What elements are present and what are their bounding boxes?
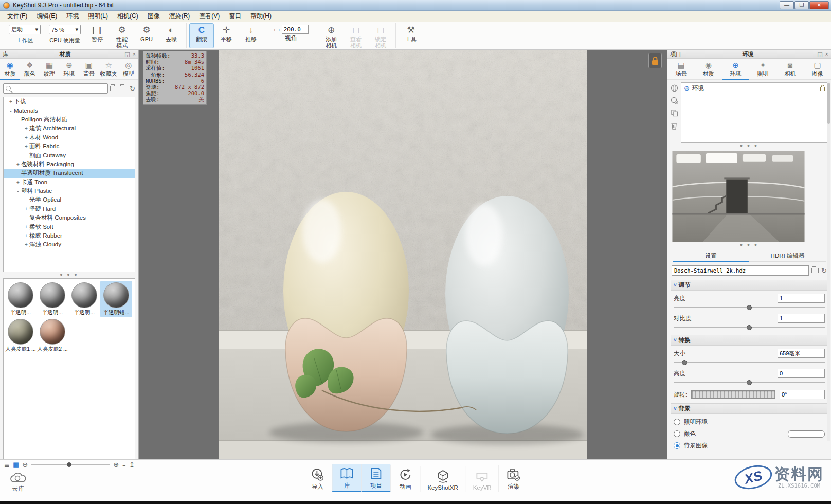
keyshotxr-button[interactable]: KeyShotXR xyxy=(420,466,465,492)
hdri-preview-image[interactable] xyxy=(672,151,805,242)
menu-help[interactable]: 帮助(H) xyxy=(246,11,276,22)
menu-render[interactable]: 渲染(R) xyxy=(165,11,194,22)
tab-scene[interactable]: ▤ 场景 xyxy=(667,59,695,80)
sun-sky-icon[interactable] xyxy=(671,97,678,104)
material-thumb[interactable]: 人类皮肤1 ... xyxy=(5,317,37,354)
tab-materials[interactable]: ◉ 材质 xyxy=(0,59,20,80)
fov-input[interactable] xyxy=(282,25,309,34)
duplicate-icon[interactable] xyxy=(671,109,678,117)
cloud-library-button[interactable]: 云库 xyxy=(9,471,27,493)
tree-item[interactable]: +坚硬 Hard xyxy=(4,205,135,213)
refresh-icon[interactable]: ↻ xyxy=(130,85,135,93)
section-adjustments[interactable]: ˅ 调节 xyxy=(671,280,828,291)
material-thumb[interactable]: 半透明... xyxy=(5,281,37,317)
browse-folder-icon[interactable] xyxy=(811,268,819,273)
import-button[interactable]: 导入 xyxy=(303,465,332,492)
denoise-button[interactable]: ◐ 去噪 xyxy=(159,23,184,48)
tree-item[interactable]: +木材 Wood xyxy=(4,133,135,142)
maximize-button[interactable]: ❐ xyxy=(794,1,809,9)
menu-window[interactable]: 窗口 xyxy=(225,11,245,22)
splitter-handle[interactable]: ● ● ● xyxy=(667,143,831,149)
thumbnail-size-slider[interactable] xyxy=(31,462,110,467)
background-color-swatch[interactable] xyxy=(788,430,825,438)
rotation-input[interactable] xyxy=(780,390,825,399)
tree-item[interactable]: -Materials xyxy=(4,106,135,115)
tree-item[interactable]: -Poliigon 高清材质 xyxy=(4,115,135,124)
project-button[interactable]: 项目 xyxy=(361,464,390,492)
menu-image[interactable]: 图像 xyxy=(143,11,164,22)
minimize-button[interactable]: — xyxy=(780,1,794,9)
height-slider[interactable] xyxy=(674,380,825,386)
close-button[interactable]: ✕ xyxy=(809,1,829,9)
menu-view[interactable]: 查看(V) xyxy=(195,11,224,22)
material-thumb-selected[interactable]: 半透明蜡... xyxy=(100,281,132,317)
tab-colors[interactable]: ❖ 颜色 xyxy=(20,59,39,80)
import-folder-icon[interactable] xyxy=(120,86,127,91)
size-input[interactable] xyxy=(778,349,825,358)
add-camera-button[interactable]: ⊕ 添加 相机 xyxy=(319,23,344,48)
workspace-dropdown[interactable]: 启动▾ 工作区 xyxy=(5,23,45,48)
pause-button[interactable]: | | 暂停 xyxy=(85,23,110,48)
camera-lock-badge[interactable] xyxy=(648,53,662,68)
tab-lighting[interactable]: ✦ 照明 xyxy=(749,59,776,80)
section-transform[interactable]: ˅ 转换 xyxy=(671,335,828,346)
add-environment-icon[interactable] xyxy=(671,84,678,92)
zoom-out-icon[interactable]: ⊖ xyxy=(22,461,28,469)
height-input[interactable] xyxy=(778,369,825,378)
material-thumb[interactable]: 半透明... xyxy=(68,281,100,317)
tab-models[interactable]: ◎ 模型 xyxy=(119,59,138,80)
tab-camera[interactable]: ◙ 相机 xyxy=(776,59,804,80)
menu-edit[interactable]: 编辑(E) xyxy=(32,11,61,22)
close-icon[interactable]: × xyxy=(825,51,828,57)
panel-scrollbar[interactable] xyxy=(827,81,830,441)
realtime-viewport[interactable]: 每秒帧数:33.3 时间:8m 34s 采样值:1061 三角形:56,324 … xyxy=(139,50,667,459)
render-button[interactable]: 渲染 xyxy=(499,465,528,492)
menu-camera[interactable]: 相机(C) xyxy=(113,11,142,22)
tree-item[interactable]: +面料 Fabric xyxy=(4,142,135,151)
tab-environments[interactable]: ⊕ 环境 xyxy=(59,59,79,80)
subtab-hdri-editor[interactable]: HDRI 编辑器 xyxy=(749,250,826,262)
tab-image[interactable]: ▢ 图像 xyxy=(804,59,831,80)
tab-textures[interactable]: ▦ 纹理 xyxy=(40,59,59,80)
tools-button[interactable]: ⚒ 工具 xyxy=(399,23,423,48)
splitter-handle[interactable]: ● ● ● xyxy=(667,242,831,248)
tree-item[interactable]: +卡通 Toon xyxy=(4,178,135,187)
size-slider[interactable] xyxy=(674,359,825,366)
background-option-image[interactable]: 背景图像 xyxy=(674,442,825,449)
tab-material[interactable]: ◉ 材质 xyxy=(695,59,722,80)
tab-backplates[interactable]: ▣ 背景 xyxy=(79,59,99,80)
tree-item[interactable]: +浑浊 Cloudy xyxy=(4,240,135,249)
environment-list-item[interactable]: ⊕ 环境 xyxy=(684,84,825,92)
splitter-handle[interactable]: ● ● ● xyxy=(0,272,138,278)
tree-item[interactable]: 光学 Optical xyxy=(4,195,135,204)
tab-favorites[interactable]: ☆ 收藏夹 xyxy=(99,59,118,80)
tree-item[interactable]: 复合材料 Composites xyxy=(4,213,135,222)
tree-item[interactable]: -塑料 Plastic xyxy=(4,187,135,195)
list-view-icon[interactable]: ≣ xyxy=(4,461,10,469)
subtab-settings[interactable]: 设置 xyxy=(673,250,749,262)
close-icon[interactable]: × xyxy=(133,51,136,57)
tree-item[interactable]: +建筑 Architectural xyxy=(4,124,135,133)
tree-item[interactable]: 剖面 Cutaway xyxy=(4,151,135,159)
cpu-usage-dropdown[interactable]: 75 %▾ CPU 使用量 xyxy=(45,23,85,48)
import-library-icon[interactable]: ↥ xyxy=(129,461,135,469)
library-button[interactable]: 库 xyxy=(332,464,361,492)
zoom-in-icon[interactable]: ⊕ xyxy=(113,461,119,469)
menu-environment[interactable]: 环境 xyxy=(62,11,83,22)
brightness-slider[interactable] xyxy=(674,304,825,311)
background-option-color[interactable]: 颜色 xyxy=(674,430,825,438)
tree-item[interactable]: +包装材料 Packaging xyxy=(4,160,135,169)
tumble-button[interactable]: C 翻滚 xyxy=(189,23,214,48)
import-file-icon[interactable] xyxy=(110,86,117,91)
dolly-button[interactable]: ↓ 推移 xyxy=(239,23,263,48)
material-thumb[interactable]: 半透明... xyxy=(37,281,68,317)
animation-button[interactable]: 动画 xyxy=(390,465,420,492)
tab-environment[interactable]: ⊕ 环境 xyxy=(722,59,749,80)
tree-item[interactable]: +柔软 Soft xyxy=(4,222,135,231)
grid-view-icon[interactable]: ▦ xyxy=(13,461,19,469)
delete-icon[interactable] xyxy=(671,121,678,130)
tree-item[interactable]: +橡胶 Rubber xyxy=(4,231,135,240)
search-input[interactable] xyxy=(13,85,105,92)
background-option-lighting[interactable]: 照明环境 xyxy=(674,418,825,426)
render-sphere-icon[interactable]: ◒ xyxy=(122,461,126,469)
